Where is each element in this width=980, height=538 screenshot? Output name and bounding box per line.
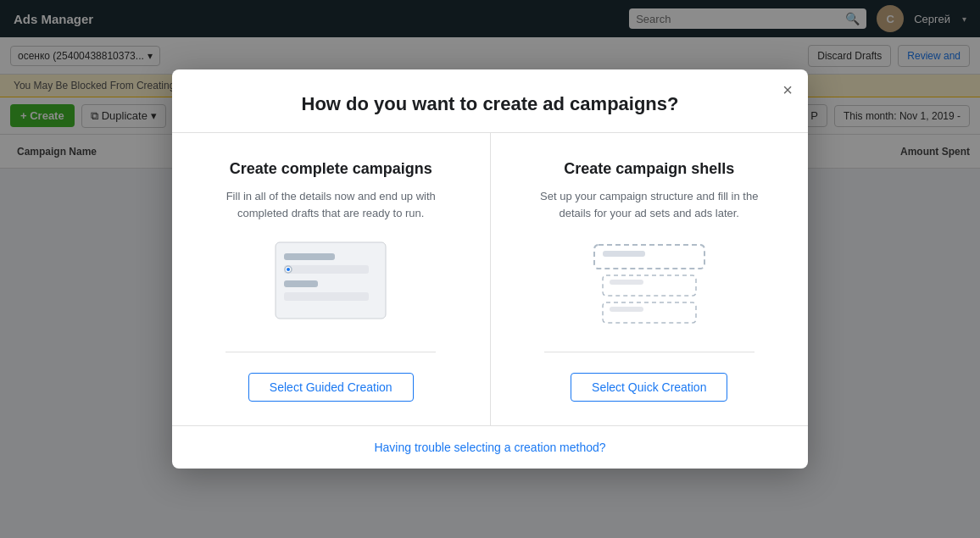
guided-title: Create complete campaigns — [230, 160, 432, 178]
svg-rect-9 — [603, 275, 696, 296]
svg-rect-1 — [284, 253, 335, 260]
svg-rect-12 — [610, 307, 643, 312]
quick-description: Set up your campaign structure and fill … — [539, 188, 760, 221]
guided-illustration-svg — [267, 238, 394, 331]
creation-method-modal: How do you want to create ad campaigns? … — [172, 69, 808, 469]
quick-creation-column: Create campaign shells Set up your campa… — [491, 133, 809, 425]
select-guided-creation-button[interactable]: Select Guided Creation — [248, 373, 414, 402]
modal-overlay: How do you want to create ad campaigns? … — [0, 0, 980, 538]
modal-footer: Having trouble selecting a creation meth… — [172, 425, 808, 469]
svg-rect-2 — [284, 265, 369, 274]
svg-rect-3 — [284, 280, 318, 287]
svg-rect-4 — [284, 292, 369, 301]
modal-close-button[interactable]: × — [782, 81, 793, 98]
modal-title: How do you want to create ad campaigns? — [192, 93, 788, 115]
trouble-link[interactable]: Having trouble selecting a creation meth… — [374, 441, 605, 454]
modal-header: How do you want to create ad campaigns? … — [172, 69, 808, 133]
select-quick-creation-button[interactable]: Select Quick Creation — [571, 373, 727, 402]
guided-description: Fill in all of the details now and end u… — [220, 188, 441, 221]
svg-rect-8 — [603, 251, 645, 257]
svg-rect-10 — [610, 280, 643, 285]
svg-point-6 — [287, 268, 290, 271]
quick-illustration — [518, 238, 782, 331]
quick-title: Create campaign shells — [564, 160, 734, 178]
modal-body: Create complete campaigns Fill in all of… — [172, 133, 808, 425]
quick-divider — [544, 352, 754, 352]
guided-creation-column: Create complete campaigns Fill in all of… — [172, 133, 491, 425]
svg-rect-11 — [603, 302, 696, 323]
guided-illustration — [199, 238, 463, 331]
quick-illustration-svg — [586, 238, 713, 331]
guided-divider — [226, 352, 436, 352]
